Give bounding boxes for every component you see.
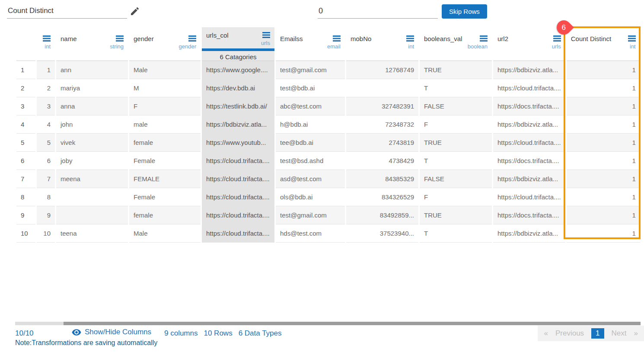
cell[interactable] (56, 206, 128, 224)
cell[interactable]: 1 (567, 170, 640, 188)
cell[interactable]: 1 (567, 152, 640, 170)
cell[interactable]: 3 (37, 97, 55, 115)
pagination-next[interactable]: Next (612, 329, 627, 338)
cell[interactable]: 83492859... (346, 206, 418, 224)
cell[interactable]: 4738429 (346, 152, 418, 170)
cell[interactable]: Female (129, 152, 201, 170)
cell[interactable]: Male (129, 61, 201, 79)
cell[interactable]: vivek (56, 134, 128, 152)
cell[interactable]: https://docs.trifacta.... (493, 97, 565, 115)
cell[interactable]: 834326529 (346, 188, 418, 206)
column-menu-icon[interactable] (333, 35, 341, 42)
cell[interactable]: 1 (567, 97, 640, 115)
cell[interactable]: male (129, 115, 201, 134)
column-header-urls_col[interactable]: urls_colurls6 Catagories (202, 27, 274, 61)
cell[interactable]: 1 (567, 206, 640, 224)
cell[interactable]: 12768749 (346, 61, 418, 79)
cell[interactable]: test@gmail.com (276, 61, 345, 79)
cell[interactable]: https://cloud.trifacta.... (202, 224, 274, 243)
cell[interactable]: F (420, 115, 492, 134)
cell[interactable]: https://bdbizviz.atla... (493, 170, 565, 188)
cell[interactable]: h@bdb.ai (276, 115, 345, 134)
cell[interactable]: T (420, 79, 492, 97)
column-menu-icon[interactable] (188, 35, 196, 42)
cell[interactable]: 8 (37, 188, 55, 206)
cell[interactable] (56, 188, 128, 206)
cell[interactable]: test@bdb.ai (276, 79, 345, 97)
cell[interactable]: 37523940... (346, 224, 418, 243)
edit-pencil-icon[interactable] (130, 6, 140, 16)
cell[interactable]: https://bdbizviz.atla... (202, 115, 274, 134)
cell[interactable]: https://cloud.trifacta.... (202, 188, 274, 206)
pagination-page-1[interactable]: 1 (591, 328, 604, 339)
cell[interactable]: joby (56, 152, 128, 170)
cell[interactable]: M (129, 79, 201, 97)
skip-rows-input[interactable] (318, 3, 438, 19)
cell[interactable]: asd@test.com (276, 170, 345, 188)
cell[interactable]: T (420, 152, 492, 170)
cell[interactable]: 6 (37, 152, 55, 170)
cell[interactable]: female (129, 206, 201, 224)
column-menu-icon[interactable] (553, 35, 561, 42)
cell[interactable]: TRUE (420, 134, 492, 152)
cell[interactable]: 7 (37, 170, 55, 188)
cell[interactable]: john (56, 115, 128, 134)
cell[interactable] (346, 79, 418, 97)
column-header-name[interactable]: namestring (56, 27, 128, 61)
cell[interactable]: 1 (567, 134, 640, 152)
cell[interactable]: https://bdbizviz.atla... (493, 61, 565, 79)
cell[interactable]: anna (56, 97, 128, 115)
cell[interactable]: meena (56, 170, 128, 188)
cell[interactable]: FALSE (420, 97, 492, 115)
cell[interactable]: https://dev.bdb.ai (202, 79, 274, 97)
column-header-booleans_val[interactable]: booleans_valboolean (420, 27, 492, 61)
cell[interactable]: https://testlink.bdb.ai/ (202, 97, 274, 115)
cell[interactable]: ann (56, 61, 128, 79)
cell[interactable]: 1 (567, 115, 640, 134)
cell[interactable]: https://cloud.trifacta.... (493, 134, 565, 152)
cell[interactable]: https://www.youtub... (202, 134, 274, 152)
cell[interactable]: https://bdbizviz.atla... (493, 224, 565, 243)
cell[interactable]: 2 (37, 79, 55, 97)
cell[interactable]: https://bdbizviz.atla... (493, 115, 565, 134)
cell[interactable]: 4 (37, 115, 55, 134)
cell[interactable]: 72348732 (346, 115, 418, 134)
cell[interactable]: F (129, 97, 201, 115)
cell[interactable]: https://cloud.trifacta.... (202, 170, 274, 188)
cell[interactable]: 327482391 (346, 97, 418, 115)
cell[interactable]: F (420, 188, 492, 206)
cell[interactable]: https://cloud.trifacta.... (493, 79, 565, 97)
cell[interactable]: ols@bdb.ai (276, 188, 345, 206)
cell[interactable]: https://www.google.... (202, 61, 274, 79)
column-header-index[interactable]: int (37, 27, 55, 61)
column-menu-icon[interactable] (406, 35, 414, 42)
cell[interactable]: 1 (567, 188, 640, 206)
column-menu-icon[interactable] (262, 32, 270, 38)
column-menu-icon[interactable] (480, 35, 488, 42)
column-menu-icon[interactable] (628, 35, 636, 42)
cell[interactable]: https://docs.trifacta.... (493, 206, 565, 224)
column-header-gender[interactable]: gendergender (129, 27, 201, 61)
column-header-Emailss[interactable]: Emailssemail (276, 27, 345, 61)
cell[interactable]: 84385329 (346, 170, 418, 188)
cell[interactable]: FALSE (420, 170, 492, 188)
horizontal-scrollbar[interactable] (15, 322, 641, 325)
pagination-previous[interactable]: Previous (555, 329, 584, 338)
cell[interactable]: 2743819 (346, 134, 418, 152)
pagination-last-arrow[interactable]: » (634, 329, 638, 338)
skip-rows-button[interactable]: Skip Rows (442, 4, 487, 19)
cell[interactable]: 1 (567, 79, 640, 97)
cell[interactable]: 9 (37, 206, 55, 224)
cell[interactable]: tee@bdb.ai (276, 134, 345, 152)
cell[interactable]: hds@test.com (276, 224, 345, 243)
column-header-mobNo[interactable]: mobNoint (346, 27, 418, 61)
cell[interactable]: https://cloud.trifacta.... (202, 206, 274, 224)
cell[interactable]: https://cloud.trifacta.... (202, 152, 274, 170)
cell[interactable]: 5 (37, 134, 55, 152)
cell[interactable]: 1 (37, 61, 55, 79)
cell[interactable]: 1 (567, 224, 640, 243)
cell[interactable]: T (420, 224, 492, 243)
cell[interactable]: https://docs.trifacta.... (493, 152, 565, 170)
cell[interactable]: test@bsd.ashd (276, 152, 345, 170)
cell[interactable]: TRUE (420, 61, 492, 79)
